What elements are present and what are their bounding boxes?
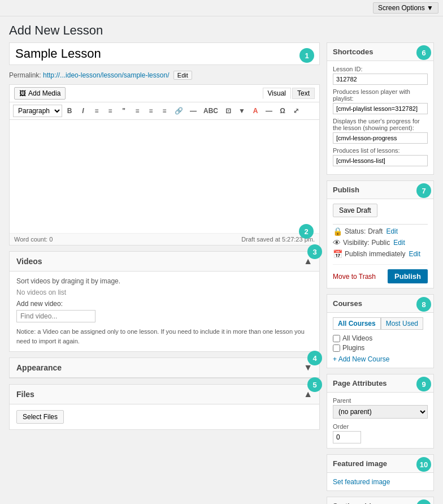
page-attributes-title: Page Attributes (333, 379, 387, 387)
blockquote-button[interactable]: " (118, 105, 130, 117)
bold-button[interactable]: B (63, 105, 76, 117)
screen-options-label: Screen Options (378, 4, 425, 12)
files-panel: Files ▲ 5 Select Files (9, 384, 320, 430)
permalink-url[interactable]: http://...ideo-lesson/lesson/sample-less… (43, 71, 169, 79)
most-used-tab[interactable]: Most Used (381, 317, 423, 330)
publish-date-label: Publish (345, 250, 367, 258)
publish-panel: Publish 7 Save Draft 🔒 Status: Draft Edi… (327, 180, 434, 288)
toolbar-toggle-button[interactable]: ▼ (236, 105, 248, 117)
permalink-label: Permalink: (9, 71, 41, 79)
lesson-id-input[interactable] (333, 74, 428, 85)
special-chars-button[interactable]: Ω (276, 105, 289, 117)
visibility-row: 👁 Visibility: Public Edit (333, 238, 428, 247)
main-layout: 1 Permalink: http://...ideo-lesson/lesso… (0, 42, 443, 504)
calendar-icon: 📅 (333, 249, 342, 259)
paragraph-select[interactable]: Paragraph (13, 105, 62, 117)
expand-button[interactable]: ⤢ (290, 105, 302, 117)
visibility-icon: 👁 (333, 238, 341, 247)
lessons-list-label: Produces list of lessons: (333, 147, 428, 154)
align-center-button[interactable]: ≡ (145, 105, 157, 117)
permalink-edit-button[interactable]: Edit (173, 71, 192, 80)
order-input[interactable] (333, 431, 361, 443)
spellcheck-button[interactable]: ABC (201, 105, 221, 117)
featured-image-panel: Featured image 10 Set featured image (327, 454, 434, 491)
videos-panel-header[interactable]: Videos ▲ (10, 252, 319, 272)
media-icon: 🖼 (19, 89, 26, 97)
italic-button[interactable]: I (77, 105, 89, 117)
lesson-id-label: Lesson ID: (333, 66, 428, 72)
courses-panel: Courses 8 All Courses Most Used All Vide… (327, 294, 434, 368)
all-courses-tab[interactable]: All Courses (333, 317, 381, 330)
page-attributes-body: Parent (no parent) Order (327, 393, 433, 448)
videos-panel-title: Videos (16, 257, 42, 266)
courses-body: All Courses Most Used All Videos Plugins… (327, 313, 433, 368)
all-videos-row: All Videos (333, 334, 428, 342)
set-featured-image-link[interactable]: Set featured image (333, 478, 390, 486)
badge-9: 9 (416, 377, 431, 391)
shortcodes-body: Lesson ID: Produces lesson player with p… (327, 61, 433, 174)
playlist-label: Produces lesson player with playlist: (333, 88, 428, 102)
editor-area: 🖼 Add Media Visual Text Paragraph (9, 84, 320, 245)
editor-content[interactable] (10, 120, 319, 233)
badge-1: 1 (299, 48, 314, 63)
visual-tab[interactable]: Visual (263, 88, 291, 99)
lessons-list-input[interactable] (333, 155, 428, 166)
fullscreen-button[interactable]: ⊡ (222, 105, 234, 117)
shortcodes-panel: Shortcodes 6 Lesson ID: Produces lesson … (327, 42, 434, 175)
text-tab[interactable]: Text (292, 88, 315, 99)
badge-3: 3 (307, 244, 322, 259)
add-video-label: Add new video: (16, 300, 312, 308)
status-value: Draft (368, 227, 383, 235)
horizontal-rule-button[interactable]: — (263, 105, 275, 117)
align-right-button[interactable]: ≡ (158, 105, 171, 117)
left-column: 1 Permalink: http://...ideo-lesson/lesso… (9, 42, 320, 504)
align-left-button[interactable]: ≡ (131, 105, 144, 117)
top-bar: Screen Options ▼ (0, 0, 443, 16)
save-draft-button[interactable]: Save Draft (333, 204, 377, 217)
add-new-course-link[interactable]: + Add New Course (333, 355, 428, 363)
files-panel-title: Files (16, 390, 34, 399)
move-to-trash-link[interactable]: Move to Trash (333, 273, 376, 281)
files-panel-header[interactable]: Files ▲ (10, 385, 319, 404)
add-media-button[interactable]: 🖼 Add Media (14, 87, 66, 100)
editor-view-tabs: Visual Text (263, 88, 315, 99)
publish-date-value: immediately (369, 250, 405, 258)
appearance-panel-title: Appearance (16, 363, 62, 372)
shortcodes-title: Shortcodes (333, 48, 373, 56)
courses-tabs: All Courses Most Used (333, 317, 428, 330)
ordered-list-button[interactable]: ≡ (104, 105, 116, 117)
publish-date-edit-link[interactable]: Edit (409, 250, 420, 258)
insert-more-button[interactable]: — (187, 105, 199, 117)
publish-footer: Move to Trash Publish (333, 264, 428, 283)
all-videos-checkbox[interactable] (333, 335, 340, 342)
files-panel-body: Select Files (10, 404, 319, 429)
order-label: Order (333, 423, 428, 430)
parent-select[interactable]: (no parent) (333, 405, 428, 419)
video-notice: Notice: a Video can be assigned only to … (16, 327, 312, 346)
select-files-button[interactable]: Select Files (16, 410, 64, 424)
link-button[interactable]: 🔗 (172, 105, 186, 117)
visibility-edit-link[interactable]: Edit (393, 239, 405, 247)
status-edit-link[interactable]: Edit (386, 227, 398, 235)
badge-6: 6 (416, 45, 431, 60)
visibility-value: Public (371, 239, 390, 247)
unordered-list-button[interactable]: ≡ (90, 105, 103, 117)
publish-button[interactable]: Publish (388, 269, 428, 283)
progress-label: Displays the user's progress for the les… (333, 118, 428, 131)
publish-body: Save Draft 🔒 Status: Draft Edit 👁 Visibi… (327, 199, 433, 288)
find-video-input[interactable] (16, 310, 95, 322)
plugins-checkbox[interactable] (333, 344, 340, 352)
videos-panel: Videos ▲ 3 Sort videos by draging it by … (9, 251, 320, 352)
appearance-panel-header[interactable]: Appearance ▼ (10, 358, 319, 378)
publish-date-row: 📅 Publish immediately Edit (333, 249, 428, 259)
badge-8: 8 (416, 297, 431, 312)
screen-options-button[interactable]: Screen Options ▼ (373, 2, 438, 14)
lesson-title-input[interactable] (9, 42, 320, 65)
color-button[interactable]: A (249, 105, 262, 117)
featured-image-body: Set featured image (327, 473, 433, 490)
word-count-bar: Word count: 0 Draft saved at 5:27:23 pm. (10, 233, 319, 245)
progress-input[interactable] (333, 132, 428, 144)
playlist-input[interactable] (333, 103, 428, 114)
courses-title: Courses (333, 299, 362, 308)
sorting-videos-title: Sorting videos (333, 502, 384, 504)
